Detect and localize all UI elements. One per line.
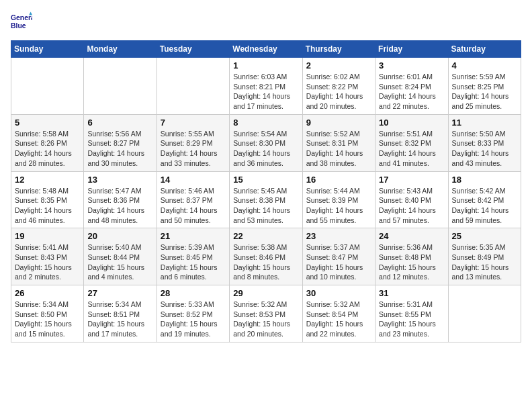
calendar-cell: 4Sunrise: 5:59 AMSunset: 8:25 PMDaylight… <box>448 58 521 115</box>
day-number: 4 <box>452 60 517 71</box>
calendar-cell: 29Sunrise: 5:32 AMSunset: 8:53 PMDayligh… <box>230 285 302 342</box>
calendar-cell: 26Sunrise: 5:34 AMSunset: 8:50 PMDayligh… <box>11 285 84 342</box>
day-info: Sunrise: 5:38 AMSunset: 8:46 PMDaylight:… <box>233 242 298 282</box>
day-number: 23 <box>306 231 371 241</box>
svg-text:Blue: Blue <box>11 22 26 30</box>
day-number: 25 <box>452 231 517 241</box>
day-info: Sunrise: 5:33 AMSunset: 8:52 PMDaylight:… <box>161 300 226 339</box>
day-info: Sunrise: 5:46 AMSunset: 8:37 PMDaylight:… <box>161 186 226 226</box>
calendar-cell: 1Sunrise: 6:03 AMSunset: 8:21 PMDaylight… <box>230 58 302 115</box>
calendar-cell: 20Sunrise: 5:40 AMSunset: 8:44 PMDayligh… <box>84 228 157 285</box>
day-info: Sunrise: 5:40 AMSunset: 8:44 PMDaylight:… <box>87 242 152 282</box>
day-info: Sunrise: 5:32 AMSunset: 8:53 PMDaylight:… <box>233 300 298 339</box>
weekday-header: Friday <box>375 41 448 58</box>
weekday-header-row: SundayMondayTuesdayWednesdayThursdayFrid… <box>11 41 521 58</box>
svg-marker-2 <box>29 12 32 15</box>
day-info: Sunrise: 6:03 AMSunset: 8:21 PMDaylight:… <box>233 72 298 111</box>
day-number: 1 <box>233 60 298 71</box>
day-number: 12 <box>15 175 80 185</box>
calendar-cell: 12Sunrise: 5:48 AMSunset: 8:35 PMDayligh… <box>11 171 84 228</box>
calendar-cell: 6Sunrise: 5:56 AMSunset: 8:27 PMDaylight… <box>84 114 157 171</box>
day-number: 10 <box>379 118 444 128</box>
day-number: 24 <box>379 231 444 241</box>
day-info: Sunrise: 5:35 AMSunset: 8:49 PMDaylight:… <box>452 242 517 282</box>
day-number: 11 <box>452 118 517 128</box>
day-number: 27 <box>87 288 152 298</box>
day-info: Sunrise: 5:48 AMSunset: 8:35 PMDaylight:… <box>15 186 80 226</box>
calendar-cell <box>84 58 157 115</box>
calendar-cell: 11Sunrise: 5:50 AMSunset: 8:33 PMDayligh… <box>448 114 521 171</box>
calendar-cell: 17Sunrise: 5:43 AMSunset: 8:40 PMDayligh… <box>375 171 448 228</box>
day-number: 20 <box>87 231 152 241</box>
day-number: 16 <box>306 175 371 185</box>
day-info: Sunrise: 5:51 AMSunset: 8:32 PMDaylight:… <box>379 129 444 169</box>
calendar-cell: 5Sunrise: 5:58 AMSunset: 8:26 PMDaylight… <box>11 114 84 171</box>
calendar-week-row: 1Sunrise: 6:03 AMSunset: 8:21 PMDaylight… <box>11 58 521 115</box>
calendar-cell: 27Sunrise: 5:34 AMSunset: 8:51 PMDayligh… <box>84 285 157 342</box>
day-number: 2 <box>306 60 371 71</box>
day-info: Sunrise: 6:01 AMSunset: 8:24 PMDaylight:… <box>379 72 444 111</box>
day-info: Sunrise: 5:47 AMSunset: 8:36 PMDaylight:… <box>87 186 152 226</box>
calendar-week-row: 19Sunrise: 5:41 AMSunset: 8:43 PMDayligh… <box>11 228 521 285</box>
day-number: 6 <box>87 118 152 128</box>
day-info: Sunrise: 5:55 AMSunset: 8:29 PMDaylight:… <box>161 129 226 169</box>
day-number: 13 <box>87 175 152 185</box>
calendar-cell <box>448 285 521 342</box>
day-number: 14 <box>161 175 226 185</box>
day-number: 9 <box>306 118 371 128</box>
day-number: 22 <box>233 231 298 241</box>
day-info: Sunrise: 5:34 AMSunset: 8:50 PMDaylight:… <box>15 300 80 339</box>
weekday-header: Thursday <box>302 41 375 58</box>
day-number: 5 <box>15 118 80 128</box>
weekday-header: Monday <box>84 41 157 58</box>
calendar-cell: 24Sunrise: 5:36 AMSunset: 8:48 PMDayligh… <box>375 228 448 285</box>
calendar-cell: 3Sunrise: 6:01 AMSunset: 8:24 PMDaylight… <box>375 58 448 115</box>
day-number: 17 <box>379 175 444 185</box>
page-header: General Blue <box>11 11 521 32</box>
calendar-cell: 21Sunrise: 5:39 AMSunset: 8:45 PMDayligh… <box>157 228 229 285</box>
calendar-cell: 13Sunrise: 5:47 AMSunset: 8:36 PMDayligh… <box>84 171 157 228</box>
day-info: Sunrise: 5:56 AMSunset: 8:27 PMDaylight:… <box>87 129 152 169</box>
calendar-cell: 25Sunrise: 5:35 AMSunset: 8:49 PMDayligh… <box>448 228 521 285</box>
calendar-cell: 10Sunrise: 5:51 AMSunset: 8:32 PMDayligh… <box>375 114 448 171</box>
day-number: 28 <box>161 288 226 298</box>
day-number: 31 <box>379 288 444 298</box>
calendar-week-row: 26Sunrise: 5:34 AMSunset: 8:50 PMDayligh… <box>11 285 521 342</box>
day-info: Sunrise: 5:45 AMSunset: 8:38 PMDaylight:… <box>233 186 298 226</box>
day-info: Sunrise: 5:41 AMSunset: 8:43 PMDaylight:… <box>15 242 80 282</box>
day-info: Sunrise: 5:58 AMSunset: 8:26 PMDaylight:… <box>15 129 80 169</box>
calendar-cell: 22Sunrise: 5:38 AMSunset: 8:46 PMDayligh… <box>230 228 302 285</box>
day-info: Sunrise: 5:39 AMSunset: 8:45 PMDaylight:… <box>161 242 226 282</box>
day-number: 7 <box>161 118 226 128</box>
calendar-cell: 2Sunrise: 6:02 AMSunset: 8:22 PMDaylight… <box>302 58 375 115</box>
weekday-header: Tuesday <box>157 41 229 58</box>
day-info: Sunrise: 5:43 AMSunset: 8:40 PMDaylight:… <box>379 186 444 226</box>
day-info: Sunrise: 5:50 AMSunset: 8:33 PMDaylight:… <box>452 129 517 169</box>
day-info: Sunrise: 5:54 AMSunset: 8:30 PMDaylight:… <box>233 129 298 169</box>
calendar-cell: 23Sunrise: 5:37 AMSunset: 8:47 PMDayligh… <box>302 228 375 285</box>
weekday-header: Wednesday <box>230 41 302 58</box>
day-info: Sunrise: 5:36 AMSunset: 8:48 PMDaylight:… <box>379 242 444 282</box>
calendar-cell: 15Sunrise: 5:45 AMSunset: 8:38 PMDayligh… <box>230 171 302 228</box>
day-info: Sunrise: 5:34 AMSunset: 8:51 PMDaylight:… <box>87 300 152 339</box>
calendar-cell: 31Sunrise: 5:31 AMSunset: 8:55 PMDayligh… <box>375 285 448 342</box>
svg-text:General: General <box>11 14 32 21</box>
day-number: 29 <box>233 288 298 298</box>
calendar-cell: 16Sunrise: 5:44 AMSunset: 8:39 PMDayligh… <box>302 171 375 228</box>
day-number: 8 <box>233 118 298 128</box>
calendar-week-row: 5Sunrise: 5:58 AMSunset: 8:26 PMDaylight… <box>11 114 521 171</box>
day-info: Sunrise: 5:31 AMSunset: 8:55 PMDaylight:… <box>379 300 444 339</box>
calendar-cell: 8Sunrise: 5:54 AMSunset: 8:30 PMDaylight… <box>230 114 302 171</box>
calendar-cell: 7Sunrise: 5:55 AMSunset: 8:29 PMDaylight… <box>157 114 229 171</box>
calendar-cell: 19Sunrise: 5:41 AMSunset: 8:43 PMDayligh… <box>11 228 84 285</box>
calendar-cell <box>11 58 84 115</box>
day-info: Sunrise: 5:42 AMSunset: 8:42 PMDaylight:… <box>452 186 517 226</box>
calendar-cell: 14Sunrise: 5:46 AMSunset: 8:37 PMDayligh… <box>157 171 229 228</box>
calendar-cell: 9Sunrise: 5:52 AMSunset: 8:31 PMDaylight… <box>302 114 375 171</box>
day-info: Sunrise: 5:44 AMSunset: 8:39 PMDaylight:… <box>306 186 371 226</box>
calendar-cell: 28Sunrise: 5:33 AMSunset: 8:52 PMDayligh… <box>157 285 229 342</box>
day-info: Sunrise: 5:52 AMSunset: 8:31 PMDaylight:… <box>306 129 371 169</box>
day-number: 15 <box>233 175 298 185</box>
day-info: Sunrise: 5:59 AMSunset: 8:25 PMDaylight:… <box>452 72 517 111</box>
day-info: Sunrise: 5:37 AMSunset: 8:47 PMDaylight:… <box>306 242 371 282</box>
